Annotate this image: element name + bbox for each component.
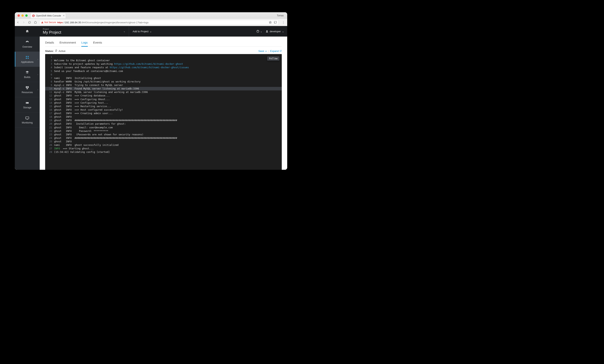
- log-viewer[interactable]: Follow 12Welcome to the Bitnami ghost co…: [45, 54, 282, 170]
- log-text: ghost INFO: [54, 140, 282, 143]
- refresh-icon[interactable]: [55, 49, 57, 52]
- chevron-down-icon[interactable]: ⌄: [123, 30, 125, 33]
- sidebar-item-builds[interactable]: Builds ›: [15, 67, 40, 82]
- log-line: 13ghost INFO ==> Configuring Ghost...: [45, 97, 282, 101]
- dashboard-icon: [25, 40, 29, 44]
- log-line: 23ghost INFO (Passwords are not shown fo…: [45, 133, 282, 136]
- svg-rect-14: [27, 119, 28, 120]
- tab-events[interactable]: Events: [93, 40, 102, 47]
- address-bar[interactable]: Not Secure https://192.168.64.35:8443/co…: [39, 20, 279, 25]
- log-text: ghost INFO Password: **********: [54, 129, 282, 133]
- content: Details Environment Logs Events Status: …: [40, 36, 287, 170]
- resources-icon: [25, 85, 29, 90]
- sidebar-item-monitoring[interactable]: Monitoring: [15, 112, 40, 128]
- sidebar-item-label: Applications: [21, 61, 34, 63]
- window-controls[interactable]: [16, 14, 28, 17]
- browser-menu-icon[interactable]: ⋮: [281, 21, 286, 24]
- status-value: Active: [59, 49, 65, 52]
- line-number: 21: [45, 126, 54, 129]
- log-link[interactable]: https://github.com/bitnami/bitnami-docke…: [114, 62, 183, 65]
- line-number: 9: [45, 84, 54, 87]
- browser-tab[interactable]: OpenShift Web Console ✕: [30, 13, 66, 18]
- sidebar-item-resources[interactable]: Resources ›: [15, 82, 40, 97]
- sidebar-item-label: Builds: [24, 76, 31, 79]
- log-line: 24ghost INFO ###########################…: [45, 136, 282, 140]
- log-line: 21ghost INFO Email: user@example.com: [45, 126, 282, 129]
- status-label: Status:: [45, 49, 54, 52]
- sidebar-item-overview[interactable]: Overview: [15, 36, 40, 52]
- maximize-window-icon[interactable]: [25, 14, 28, 17]
- svg-point-12: [26, 103, 27, 103]
- log-line: 2Welcome to the Bitnami ghost container: [45, 59, 282, 62]
- log-line: 26nami INFO ghost successfully initializ…: [45, 143, 282, 147]
- log-text: ghost INFO Installation parameters for g…: [54, 122, 282, 126]
- star-icon[interactable]: [269, 21, 272, 24]
- log-line: 5Send us your feedback at containers@bit…: [45, 69, 282, 73]
- line-number: 4: [45, 66, 54, 69]
- applications-icon: [25, 55, 29, 60]
- close-tab-icon[interactable]: ✕: [63, 14, 65, 17]
- line-number: 27: [45, 147, 54, 150]
- log-line: 20ghost INFO Installation parameters for…: [45, 122, 282, 126]
- tabs: Details Environment Logs Events: [45, 40, 282, 47]
- home-icon: [25, 29, 29, 33]
- browser-profile[interactable]: Tomas: [277, 14, 286, 17]
- browser-chrome: OpenShift Web Console ✕ Tomas Not Secure…: [15, 12, 287, 26]
- tab-details[interactable]: Details: [45, 40, 54, 47]
- close-window-icon[interactable]: [17, 14, 20, 17]
- chevron-right-icon: ›: [38, 58, 38, 60]
- log-text: mysql-c INFO Trying to connect to MySQL …: [54, 84, 282, 87]
- tab-environment[interactable]: Environment: [60, 40, 76, 47]
- line-number: 12: [45, 94, 54, 97]
- log-line: 16ghost INFO ==> Host configured success…: [45, 108, 282, 112]
- log-text: Welcome to the Bitnami ghost container: [54, 59, 282, 62]
- log-line: 22ghost INFO Password: **********: [45, 129, 282, 133]
- expand-log-button[interactable]: Expand: [270, 49, 282, 52]
- chevron-down-icon: ⌄: [260, 30, 262, 33]
- log-actions: Save | Expand: [258, 49, 282, 52]
- sidebar-item-label: Monitoring: [22, 121, 33, 124]
- warning-triangle-icon: [41, 21, 44, 24]
- save-log-button[interactable]: Save: [258, 49, 267, 52]
- line-number: 24: [45, 136, 54, 140]
- log-text: ghost INFO ==> Creating admin user...: [54, 112, 282, 115]
- svg-point-4: [26, 56, 27, 57]
- follow-button[interactable]: Follow: [267, 56, 279, 61]
- reload-icon[interactable]: [28, 21, 31, 24]
- log-link[interactable]: https://github.com/bitnami/bitnami-docke…: [110, 66, 189, 69]
- log-line: 28[15:34:42] Validating config [started]: [45, 150, 282, 154]
- back-icon[interactable]: [16, 21, 19, 24]
- log-text: ghost INFO ==> Configuring Ghost...: [54, 97, 282, 101]
- add-to-project-button[interactable]: Add to Project ⌄: [133, 30, 152, 33]
- line-number: 17: [45, 112, 54, 115]
- log-line: 11mysql-c INFO MySQL server listening an…: [45, 90, 282, 94]
- tab-logs[interactable]: Logs: [81, 40, 88, 47]
- cast-icon[interactable]: [274, 21, 277, 24]
- line-number: 3: [45, 62, 54, 66]
- project-selector[interactable]: Project My Project: [43, 28, 61, 35]
- svg-rect-2: [42, 23, 42, 23]
- sidebar-item-storage[interactable]: Storage: [15, 97, 40, 112]
- builds-icon: [25, 70, 29, 75]
- window-frame: OpenShift Web Console ✕ Tomas Not Secure…: [15, 12, 287, 170]
- line-number: 20: [45, 122, 54, 126]
- line-number: 16: [45, 108, 54, 112]
- log-text: ghost INFO #############################…: [54, 119, 282, 122]
- minimize-window-icon[interactable]: [21, 14, 24, 17]
- log-line: 18ghost INFO: [45, 115, 282, 119]
- log-line: 15ghost INFO ==> Restarting service...: [45, 105, 282, 108]
- line-number: 10: [45, 87, 54, 90]
- log-line: 17ghost INFO ==> Creating admin user...: [45, 112, 282, 115]
- log-text: ghost INFO ==> Restarting service...: [54, 105, 282, 108]
- line-number: 25: [45, 140, 54, 143]
- help-button[interactable]: ⌄: [256, 30, 262, 33]
- line-number: 7: [45, 76, 54, 80]
- divider: |: [268, 49, 269, 52]
- sidebar-home[interactable]: [15, 26, 40, 36]
- log-line: 14ghost INFO ==> Configuring host...: [45, 101, 282, 105]
- home-icon[interactable]: [34, 21, 37, 24]
- user-menu[interactable]: developer ⌄: [265, 30, 284, 33]
- forward-icon[interactable]: [22, 21, 25, 24]
- sidebar-item-applications[interactable]: Applications ›: [15, 52, 40, 67]
- line-number: 11: [45, 90, 54, 94]
